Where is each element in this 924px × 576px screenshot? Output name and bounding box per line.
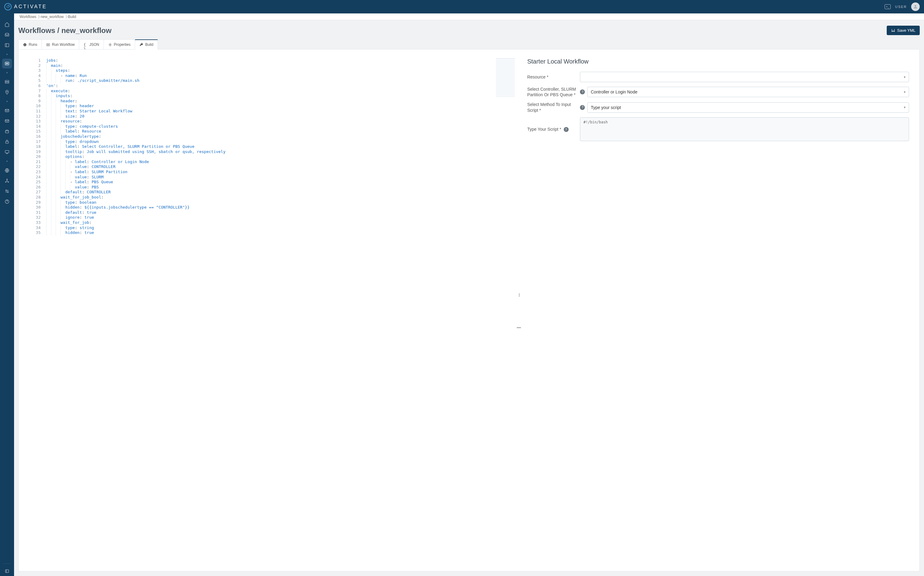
crumb-workflows[interactable]: Workflows <box>18 14 39 19</box>
nav-workflows-icon[interactable] <box>2 59 12 69</box>
svg-point-16 <box>7 179 8 180</box>
nav-mail2-icon[interactable] <box>2 116 12 126</box>
topbar: ACTIVATE >_ USER <box>0 0 924 13</box>
nav-help-icon[interactable] <box>2 197 12 206</box>
scheduler-label: Select Controller, SLURM Partition Or PB… <box>527 86 578 98</box>
scheduler-select[interactable]: Controller or Login Node <box>587 87 909 97</box>
nav-collapse-icon[interactable] <box>2 566 12 576</box>
svg-point-18 <box>8 182 9 182</box>
svg-rect-11 <box>5 141 8 143</box>
svg-rect-22 <box>5 570 9 572</box>
logo[interactable]: ACTIVATE <box>4 3 47 10</box>
nav-storage-icon[interactable] <box>2 126 12 136</box>
tab-properties[interactable]: Properties <box>104 39 135 50</box>
build-panel: 1234567891011121314151617181920212223242… <box>18 49 920 571</box>
svg-point-5 <box>6 63 7 64</box>
line-gutter: 1234567891011121314151617181920212223242… <box>19 58 46 565</box>
braces-icon: { } <box>83 43 87 47</box>
script-label: Type Your Script * ? <box>527 117 578 132</box>
nav-org-icon[interactable] <box>2 176 12 186</box>
form-pane: Starter Local Workflow Resource * Select… <box>521 50 919 571</box>
user-label[interactable]: USER <box>895 5 907 8</box>
tabs: i Runs Run Workflow { } JSON Properties … <box>14 39 924 50</box>
svg-rect-12 <box>5 150 9 153</box>
nav-lock-icon[interactable] <box>2 137 12 147</box>
page-title: Workflows / new_workflow <box>18 26 112 35</box>
sidebar <box>0 13 14 576</box>
resource-select[interactable] <box>580 72 909 82</box>
nav-separator <box>6 54 8 55</box>
svg-point-8 <box>7 91 8 92</box>
tab-runs[interactable]: i Runs <box>18 39 42 50</box>
form-title: Starter Local Workflow <box>527 58 909 65</box>
help-icon[interactable]: ? <box>580 105 585 110</box>
nav-separator <box>6 101 8 102</box>
minimap[interactable] <box>496 50 517 571</box>
logo-text: ACTIVATE <box>14 4 47 10</box>
svg-point-27 <box>109 44 110 45</box>
help-icon[interactable]: ? <box>564 127 568 132</box>
svg-rect-2 <box>5 44 9 47</box>
save-yml-label: Save YML <box>897 28 916 33</box>
avatar[interactable] <box>911 2 920 11</box>
nav-separator <box>6 161 8 162</box>
tab-run-workflow[interactable]: Run Workflow <box>42 39 79 50</box>
svg-point-17 <box>5 182 6 182</box>
nav-server-icon[interactable] <box>2 77 12 87</box>
save-yml-button[interactable]: Save YML <box>887 26 920 35</box>
split-handle[interactable]: || <box>517 50 521 571</box>
nav-divider <box>3 563 11 564</box>
svg-point-19 <box>5 190 7 191</box>
resource-label: Resource * <box>527 74 578 80</box>
crumb-build[interactable]: Build <box>67 14 79 19</box>
nav-settings-icon[interactable] <box>2 186 12 196</box>
svg-point-1 <box>914 5 916 7</box>
nav-location-icon[interactable] <box>2 87 12 97</box>
nav-monitor-icon[interactable] <box>2 147 12 157</box>
tab-json[interactable]: { } JSON <box>79 39 104 50</box>
terminal-icon[interactable]: >_ <box>885 4 891 9</box>
svg-text:i: i <box>25 43 26 46</box>
nav-inbox-icon[interactable] <box>2 30 12 40</box>
svg-rect-6 <box>5 80 9 82</box>
nav-home-icon[interactable] <box>2 19 12 29</box>
nav-globe-icon[interactable] <box>2 166 12 175</box>
nav-separator <box>6 72 8 73</box>
svg-rect-7 <box>5 82 9 83</box>
method-label: Select Method To Input Script * <box>527 102 578 113</box>
svg-point-20 <box>7 192 8 193</box>
code-editor[interactable]: 1234567891011121314151617181920212223242… <box>19 50 496 571</box>
code-lines[interactable]: jobs: main: steps: - name: Run run: ./sc… <box>46 58 496 565</box>
nav-mail1-icon[interactable] <box>2 106 12 115</box>
svg-point-0 <box>7 6 9 8</box>
tab-build[interactable]: Build <box>135 39 158 50</box>
nav-panel-icon[interactable] <box>2 40 12 50</box>
script-textarea[interactable]: #!/bin/bash <box>580 117 909 141</box>
logo-icon <box>4 3 11 10</box>
method-select[interactable]: Type your script <box>587 102 909 113</box>
help-icon[interactable]: ? <box>580 90 585 94</box>
breadcrumb: Workflows new_workflow Build <box>14 13 924 20</box>
crumb-workflow-name[interactable]: new_workflow <box>39 14 67 19</box>
